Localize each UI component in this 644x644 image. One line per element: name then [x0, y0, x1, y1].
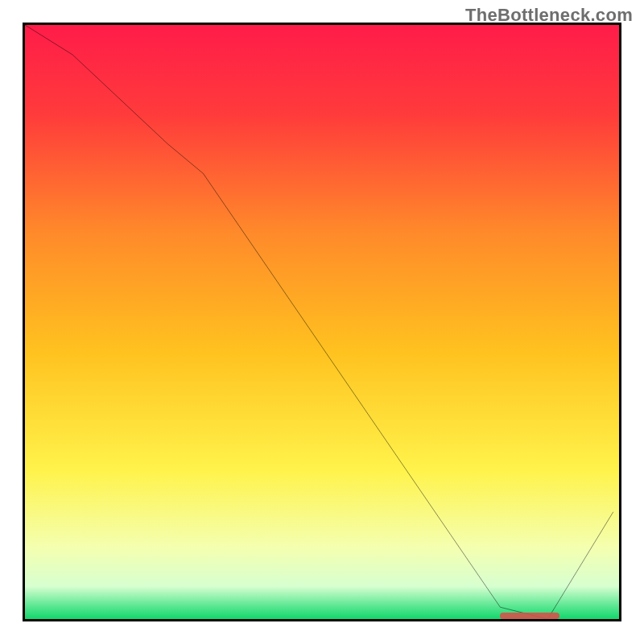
svg-rect-0: [25, 25, 619, 619]
plot-area: [23, 23, 621, 621]
chart-container: TheBottleneck.com: [0, 0, 644, 644]
plateau-marker: [500, 613, 559, 619]
heat-gradient: [25, 25, 619, 619]
